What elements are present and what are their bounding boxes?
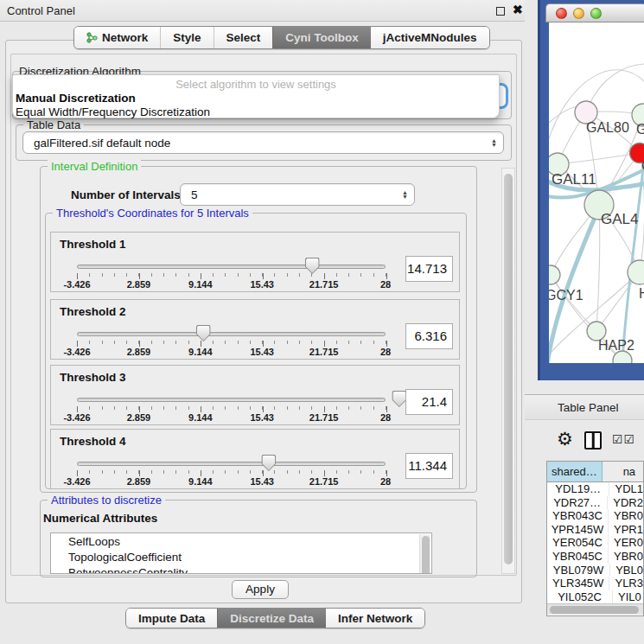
tab-impute-data[interactable]: Impute Data — [126, 609, 217, 628]
threshold-2-slider-track[interactable] — [77, 332, 386, 336]
network-canvas[interactable]: GAL80 GA C GAL11 GAL4 GCY1 H HAP2 — [549, 22, 644, 363]
table-row[interactable]: YIL052CYIL0 — [547, 590, 643, 604]
list-item[interactable]: BetweennessCentrality — [51, 564, 431, 574]
table-panel-title: Table Panel — [558, 401, 619, 414]
threshold-4-value-field[interactable]: 11.344 — [405, 453, 453, 479]
slider-scale-labels: -3.4262.8599.14415.4321.71528 — [77, 476, 386, 487]
node-label-h: H — [639, 286, 644, 301]
node-label-hap2: HAP2 — [598, 338, 634, 353]
minimize-traffic-light-icon[interactable] — [573, 8, 584, 19]
tab-style[interactable]: Style — [160, 27, 213, 48]
numerical-attributes-label: Numerical Attributes — [43, 512, 157, 525]
threshold-1-label: Threshold 1 — [60, 238, 126, 251]
threshold-3-value-field[interactable]: 21.4 — [405, 389, 453, 415]
split-view-icon[interactable] — [584, 431, 602, 450]
threshold-1-slider-track[interactable] — [77, 265, 386, 269]
table-data-combobox[interactable]: galFiltered.sif default node ▲▼ — [22, 131, 504, 154]
close-icon[interactable]: ✖ — [513, 3, 523, 16]
network-window-titlebar[interactable] — [545, 3, 644, 22]
node-label-top-right: GA — [636, 122, 644, 137]
table-row[interactable]: YBR043CYBR0 — [547, 509, 643, 523]
node-attribute-table: shared… na YDL19…YDL1 YDR27…YDR2 YBR043C… — [546, 461, 644, 616]
tick-marks — [77, 341, 386, 346]
tab-discretize-data[interactable]: Discretize Data — [217, 609, 326, 628]
table-header-row: shared… na — [547, 462, 643, 482]
apply-button[interactable]: Apply — [232, 580, 289, 599]
network-icon — [86, 32, 98, 43]
threshold-2-label: Threshold 2 — [60, 305, 126, 318]
table-toolbar: ⚙ ☑☑ — [538, 427, 644, 458]
number-of-intervals-value: 5 — [191, 188, 198, 201]
threshold-4-slider-track[interactable] — [77, 462, 386, 466]
table-row[interactable]: YPR145WYPR1 — [547, 523, 643, 537]
table-row[interactable]: YBL079WYBL0 — [547, 564, 643, 577]
threshold-3-slider-track[interactable] — [77, 398, 386, 402]
node-gcy1[interactable] — [549, 265, 560, 284]
table-row[interactable]: YLR345WYLR3 — [547, 577, 643, 590]
table-horizontal-scrollbar[interactable] — [547, 603, 643, 615]
threshold-3-slider-thumb[interactable] — [392, 391, 406, 407]
interval-definition-title: Interval Definition — [48, 160, 141, 173]
attributes-group-title: Attributes to discretize — [48, 494, 165, 507]
tick-marks — [77, 470, 386, 475]
table-row[interactable]: YDL19…YDL1 — [547, 482, 643, 496]
scrollbar-thumb[interactable] — [550, 606, 639, 614]
list-item[interactable]: TopologicalCoefficient — [51, 549, 431, 564]
panel-scrollbar[interactable] — [501, 168, 515, 574]
slider-scale-labels: -3.4262.8599.14415.4321.71528 — [77, 279, 386, 290]
control-panel-tabs: Network Style Select Cyni Toolbox jActiv… — [73, 26, 490, 49]
node-label-gal4: GAL4 — [601, 211, 638, 227]
threshold-2-panel: Threshold 2 -3.4262.8599.14415.4321.7152… — [50, 299, 460, 360]
tab-cyni-toolbox[interactable]: Cyni Toolbox — [272, 27, 371, 48]
threshold-4-slider-thumb[interactable] — [261, 455, 276, 471]
threshold-4-label: Threshold 4 — [60, 435, 126, 448]
spinner-arrows-icon: ▲▼ — [402, 190, 408, 199]
threshold-2-value-field[interactable]: 6.316 — [405, 323, 453, 349]
threshold-1-slider-thumb[interactable] — [305, 258, 320, 274]
zoom-traffic-light-icon[interactable] — [590, 8, 602, 19]
table-data-value: galFiltered.sif default node — [34, 137, 170, 150]
tab-select[interactable]: Select — [214, 27, 273, 48]
control-panel-titlebar: Control Panel ✖ — [0, 0, 525, 22]
close-traffic-light-icon[interactable] — [556, 8, 567, 19]
float-window-icon[interactable] — [496, 7, 505, 16]
dropdown-item-equal-width[interactable]: Equal Width/Frequency Discretization — [13, 105, 499, 118]
column-header-name[interactable]: na — [603, 462, 643, 481]
network-window: GAL80 GA C GAL11 GAL4 GCY1 H HAP2 — [538, 0, 644, 380]
checkbox-icons[interactable]: ☑☑ — [612, 432, 635, 446]
table-body: YDL19…YDL1 YDR27…YDR2 YBR043CYBR0 YPR145… — [547, 482, 643, 603]
network-nodes — [549, 101, 644, 363]
node-label-gal11: GAL11 — [552, 171, 596, 188]
threshold-2-slider-thumb[interactable] — [196, 325, 211, 341]
list-scrollbar[interactable] — [419, 534, 430, 574]
tick-marks — [77, 406, 386, 411]
scrollbar-thumb[interactable] — [504, 174, 513, 564]
table-row[interactable]: YBR045CYBR0 — [547, 550, 643, 564]
node-label-gcy1: GCY1 — [549, 288, 583, 303]
slider-scale-labels: -3.4262.8599.14415.4321.71528 — [77, 412, 386, 423]
number-of-intervals-label: Number of Intervals — [71, 188, 181, 201]
threshold-3-label: Threshold 3 — [60, 371, 126, 384]
threshold-3-panel: Threshold 3 -3.4262.8599.14415.4321.7152… — [50, 365, 460, 425]
list-item[interactable]: SelfLoops — [51, 533, 431, 549]
table-panel-titlebar: Table Panel — [525, 394, 644, 420]
table-data-group-title: Table Data — [23, 118, 84, 131]
slider-scale-labels: -3.4262.8599.14415.4321.71528 — [77, 347, 386, 357]
control-panel-title: Control Panel — [7, 4, 75, 17]
threshold-1-panel: Threshold 1 -3.4262.8599.14415.4321.7152… — [50, 232, 460, 292]
algorithm-dropdown-popup: Select algorithm to view settings Manual… — [12, 74, 500, 118]
tab-network[interactable]: Network — [74, 27, 160, 48]
cyni-mode-tabs: Impute Data Discretize Data Infer Networ… — [125, 608, 425, 628]
threshold-1-value-field[interactable]: 14.713 — [405, 256, 453, 282]
settings-icon[interactable]: ⚙ — [557, 429, 573, 450]
dropdown-hint: Select algorithm to view settings — [13, 75, 499, 91]
tab-infer-network[interactable]: Infer Network — [326, 609, 424, 628]
table-row[interactable]: YDR27…YDR2 — [547, 496, 643, 510]
spinner-arrows-icon: ▲▼ — [491, 138, 497, 147]
dropdown-item-manual[interactable]: Manual Discretization — [13, 91, 499, 105]
table-row[interactable]: YER054CYER0 — [547, 536, 643, 550]
column-header-shared-name[interactable]: shared… — [547, 462, 603, 481]
numerical-attributes-list[interactable]: SelfLoops TopologicalCoefficient Between… — [50, 532, 432, 574]
number-of-intervals-combobox[interactable]: 5 ▲▼ — [180, 183, 415, 206]
tab-jactivemnodules[interactable]: jActiveMNodules — [371, 27, 489, 48]
